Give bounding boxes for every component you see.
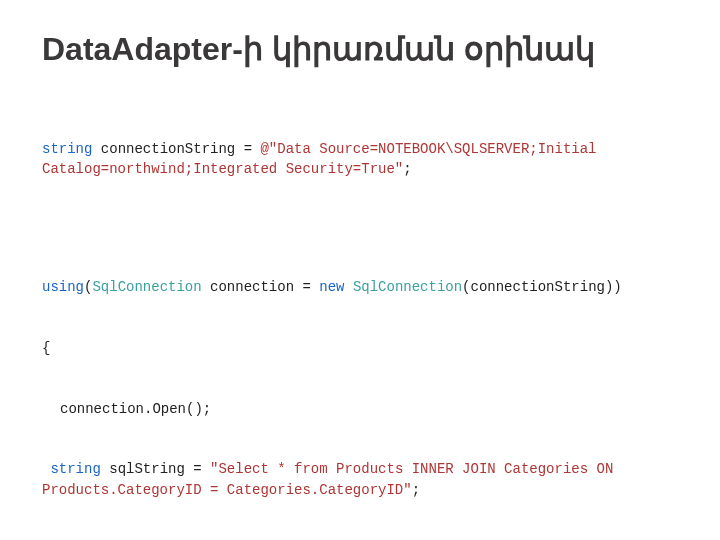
code-text: connection =: [202, 279, 320, 295]
code-text: connection.Open();: [60, 401, 211, 417]
slide-title: DataAdapter-ի կիրառման օրինակ: [42, 30, 678, 68]
code-text: {: [42, 340, 50, 356]
keyword: using: [42, 279, 84, 295]
code-text: ;: [412, 482, 420, 498]
code-text: ;: [403, 161, 411, 177]
type-name: SqlConnection: [353, 279, 462, 295]
code-text: [344, 279, 352, 295]
code-text: connectionString =: [92, 141, 260, 157]
code-text: sqlString =: [101, 461, 210, 477]
type-name: SqlConnection: [92, 279, 201, 295]
code-line: connection.Open();: [42, 399, 678, 419]
code-line: string connectionString = @"Data Source=…: [42, 139, 678, 180]
keyword: string: [42, 141, 92, 157]
keyword: new: [319, 279, 344, 295]
code-block: string connectionString = @"Data Source=…: [42, 98, 678, 540]
code-line: {: [42, 338, 678, 358]
keyword: string: [50, 461, 100, 477]
code-text: (connectionString)): [462, 279, 622, 295]
code-line: string sqlString = "Select * from Produc…: [42, 459, 678, 500]
code-line: using(SqlConnection connection = new Sql…: [42, 277, 678, 297]
